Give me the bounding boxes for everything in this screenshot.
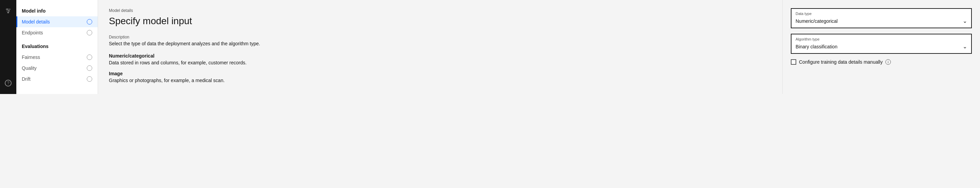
description-label: Description xyxy=(109,35,772,40)
icon-bar: ? xyxy=(0,0,16,94)
data-type-chevron-icon: ⌄ xyxy=(963,18,967,24)
sidebar-item-endpoints[interactable]: Endpoints xyxy=(16,27,98,38)
quality-radio xyxy=(87,65,92,71)
data-type-label: Data type xyxy=(791,9,971,16)
main-content: Model details Specify model input Descri… xyxy=(98,0,783,94)
option-image-title: Image xyxy=(109,71,772,76)
help-icon[interactable]: ? xyxy=(3,78,14,89)
data-type-value: Numeric/categorical xyxy=(795,18,838,24)
drift-radio xyxy=(87,76,92,82)
sidebar-item-quality[interactable]: Quality xyxy=(16,63,98,73)
algorithm-type-chevron-icon: ⌄ xyxy=(963,43,967,50)
description-text: Select the type of data the deployment a… xyxy=(109,41,772,46)
sidebar-item-label: Model details xyxy=(22,19,50,24)
algorithm-type-dropdown[interactable]: Algorithm type Binary classification ⌄ xyxy=(791,34,972,54)
configure-training-checkbox[interactable] xyxy=(791,59,796,65)
algorithm-type-dropdown-container: Algorithm type Binary classification ⌄ xyxy=(791,34,972,54)
sidebar-item-fairness[interactable]: Fairness xyxy=(16,52,98,63)
sidebar-item-label: Fairness xyxy=(22,54,40,60)
algorithm-type-label: Algorithm type xyxy=(791,34,971,42)
option-numeric-desc: Data stored in rows and columns, for exa… xyxy=(109,60,772,65)
svg-point-3 xyxy=(6,8,8,10)
data-type-dropdown[interactable]: Data type Numeric/categorical ⌄ xyxy=(791,8,972,28)
fairness-radio xyxy=(87,54,92,60)
sidebar-item-label: Drift xyxy=(22,76,30,82)
sidebar: Model info Model details Endpoints Evalu… xyxy=(16,0,98,94)
sidebar-item-drift[interactable]: Drift xyxy=(16,73,98,84)
configure-training-label: Configure training data details manually xyxy=(799,59,883,65)
algorithm-type-value: Binary classification xyxy=(795,44,837,49)
evaluations-title: Evaluations xyxy=(16,41,98,52)
option-image-desc: Graphics or photographs, for example, a … xyxy=(109,78,772,83)
right-panel: × Data type Numeric/categorical ⌄ Algori… xyxy=(783,0,980,94)
sidebar-item-model-details[interactable]: Model details xyxy=(16,16,98,27)
endpoints-radio xyxy=(87,30,92,35)
svg-point-4 xyxy=(8,10,10,11)
sidebar-item-label: Quality xyxy=(22,65,37,71)
filter-icon[interactable] xyxy=(3,5,14,16)
data-type-dropdown-container: Data type Numeric/categorical ⌄ xyxy=(791,8,972,28)
data-type-value-row: Numeric/categorical ⌄ xyxy=(791,16,971,27)
algorithm-type-value-row: Binary classification ⌄ xyxy=(791,42,971,53)
model-info-title: Model info xyxy=(16,5,98,16)
configure-training-row: Configure training data details manually… xyxy=(791,59,972,65)
breadcrumb: Model details xyxy=(109,8,772,13)
page-title: Specify model input xyxy=(109,16,772,27)
svg-point-5 xyxy=(8,12,9,13)
option-numeric-title: Numeric/categorical xyxy=(109,53,772,59)
model-details-radio xyxy=(87,19,92,24)
sidebar-item-label: Endpoints xyxy=(22,30,43,35)
configure-training-info-icon[interactable]: i xyxy=(885,59,891,65)
